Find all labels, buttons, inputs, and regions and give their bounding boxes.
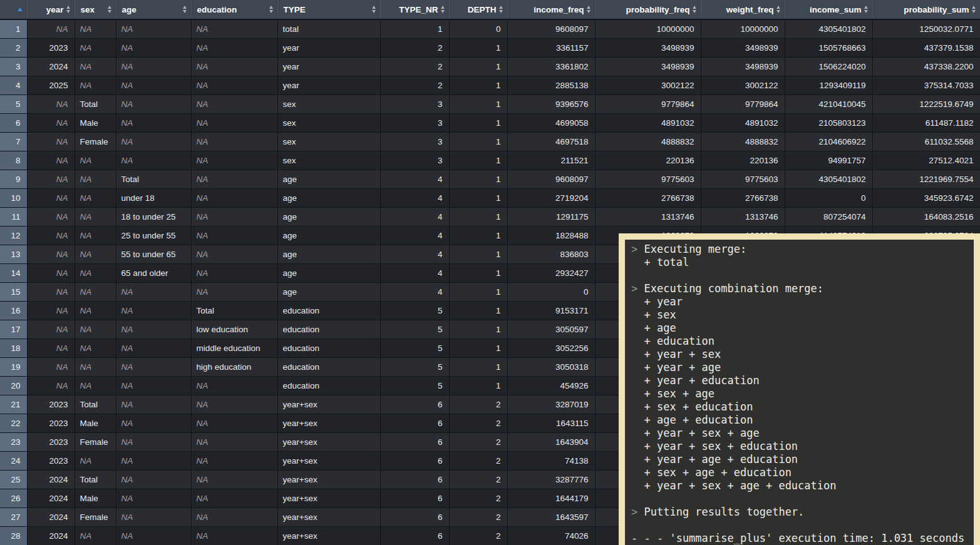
column-label: age: [122, 5, 137, 14]
row-number: 20: [0, 376, 27, 395]
cell-DEPTH: 1: [449, 245, 507, 263]
table-row[interactable]: 32024NANANAyear2133618023498939349893915…: [0, 57, 980, 76]
cell-income_sum: 807254074: [785, 207, 872, 226]
na-value: NA: [197, 287, 209, 297]
data-viewer: yearsexageeducationTYPETYPE_NRDEPTHincom…: [0, 0, 980, 545]
na-value: NA: [121, 475, 133, 484]
table-row[interactable]: 6NAMaleNANAsex31469905848910324891032210…: [0, 113, 980, 132]
cell-probability_sum: 1221969.7554: [872, 170, 980, 188]
sort-icons: [66, 6, 70, 13]
table-row[interactable]: 7NAFemaleNANAsex314697518488883248888322…: [0, 132, 980, 151]
sort-icons: [269, 6, 273, 13]
cell-TYPE_NR: 3: [380, 132, 449, 151]
cell-TYPE_NR: 6: [380, 432, 449, 451]
cell-sex: Female: [75, 507, 116, 526]
table-row[interactable]: 22023NANANAyear2133611573498939349893915…: [0, 38, 980, 57]
console-prompt: >: [631, 282, 637, 295]
cell-TYPE: age: [277, 207, 380, 226]
cell-income_sum: 2105803123: [785, 113, 872, 132]
cell-income_freq: 0: [507, 282, 595, 301]
header-cell-DEPTH[interactable]: DEPTH: [449, 0, 507, 19]
na-value: NA: [197, 381, 209, 390]
cell-sex: Male: [75, 489, 116, 507]
cell-income_freq: 74138: [507, 451, 595, 470]
console-output: > Executing merge: + total > Executing c…: [625, 240, 974, 545]
header-cell-weight_freq[interactable]: weight_freq: [701, 0, 785, 19]
cell-sex: NA: [75, 245, 116, 263]
header-cell-year[interactable]: year: [27, 0, 75, 19]
cell-weight_freq: 9775603: [701, 170, 785, 188]
na-value: NA: [197, 118, 209, 128]
column-label: DEPTH: [468, 5, 497, 14]
na-value: NA: [80, 344, 92, 353]
cell-TYPE: year+sex: [277, 526, 380, 545]
na-value: NA: [197, 419, 209, 428]
console-line: + year + sex: [631, 348, 974, 361]
header-cell-TYPE[interactable]: TYPE: [277, 0, 380, 19]
header-cell-sex[interactable]: sex: [75, 0, 116, 19]
table-row[interactable]: 11NANA18 to under 25NAage411291175131374…: [0, 207, 980, 226]
cell-TYPE: education: [277, 339, 380, 357]
header-cell-probability_freq[interactable]: probability_freq: [595, 0, 701, 19]
na-value: NA: [197, 268, 209, 278]
cell-probability_freq: 10000000: [595, 19, 701, 38]
cell-education: NA: [191, 414, 277, 432]
cell-education: NA: [191, 207, 277, 226]
table-row[interactable]: 5NATotalNANAsex3193965769779864977986442…: [0, 94, 980, 113]
cell-age: NA: [116, 132, 191, 151]
header-cell-income_freq[interactable]: income_freq: [507, 0, 595, 19]
cell-probability_sum: 375314.7033: [872, 76, 980, 94]
sort-icons: [776, 6, 780, 13]
header-row: yearsexageeducationTYPETYPE_NRDEPTHincom…: [0, 0, 980, 19]
table-header: yearsexageeducationTYPETYPE_NRDEPTHincom…: [0, 0, 980, 19]
table-row[interactable]: 8NANANANAsex3121152122013622013694991757…: [0, 151, 980, 170]
na-value: NA: [197, 475, 209, 484]
table-row[interactable]: 10NANAunder 18NAage412719204276673827667…: [0, 188, 980, 207]
cell-DEPTH: 2: [449, 395, 507, 414]
cell-age: NA: [116, 526, 191, 545]
cell-sex: NA: [75, 38, 116, 57]
na-value: NA: [80, 193, 92, 203]
cell-income_sum: 1293409119: [785, 76, 872, 94]
sort-icons: [587, 6, 591, 13]
na-value: NA: [121, 419, 133, 428]
cell-TYPE_NR: 4: [380, 226, 449, 245]
sort-icons: [972, 6, 976, 13]
header-cell-income_sum[interactable]: income_sum: [785, 0, 872, 19]
cell-TYPE_NR: 3: [380, 113, 449, 132]
cell-age: NA: [116, 395, 191, 414]
cell-year: NA: [27, 207, 75, 226]
header-cell-probability_sum[interactable]: probability_sum: [872, 0, 980, 19]
cell-education: NA: [191, 226, 277, 245]
table-row[interactable]: 9NANATotalNAage4196080979775603977560343…: [0, 170, 980, 188]
cell-income_freq: 2719204: [507, 188, 595, 207]
header-cell-age[interactable]: age: [116, 0, 191, 19]
table-row[interactable]: 1NANANANAtotal10960809710000000100000004…: [0, 19, 980, 38]
na-value: NA: [56, 156, 68, 165]
cell-income_freq: 3052256: [507, 339, 595, 357]
cell-weight_freq: 10000000: [701, 19, 785, 38]
cell-probability_sum: 437379.1538: [872, 38, 980, 57]
na-value: NA: [80, 43, 92, 53]
cell-education: NA: [191, 470, 277, 489]
na-value: NA: [121, 456, 133, 466]
na-value: NA: [121, 362, 133, 372]
cell-age: 25 to under 55: [116, 226, 191, 245]
console-line: [631, 492, 974, 506]
cell-TYPE_NR: 2: [380, 57, 449, 76]
row-number: 25: [0, 470, 27, 489]
cell-DEPTH: 1: [449, 207, 507, 226]
console-line: + education: [631, 335, 974, 348]
table-row[interactable]: 42025NANANAyear2128851383002122300212212…: [0, 76, 980, 94]
cell-DEPTH: 2: [449, 526, 507, 545]
header-cell-education[interactable]: education: [191, 0, 277, 19]
cell-TYPE_NR: 4: [380, 245, 449, 263]
header-cell-TYPE_NR[interactable]: TYPE_NR: [380, 0, 449, 19]
cell-TYPE_NR: 6: [380, 395, 449, 414]
cell-DEPTH: 1: [449, 320, 507, 339]
header-cell-rownum[interactable]: [0, 0, 27, 19]
cell-DEPTH: 1: [449, 38, 507, 57]
cell-probability_freq: 3498939: [595, 57, 701, 76]
console-line: + sex + education: [631, 400, 974, 414]
na-value: NA: [121, 400, 133, 409]
